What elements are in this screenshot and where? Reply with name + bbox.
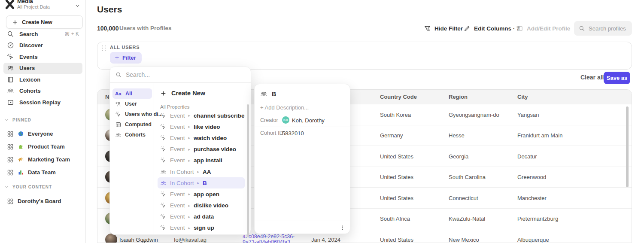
edit-columns-button[interactable]: Edit Columns · 7 bbox=[464, 25, 520, 32]
property-option-dislike-video[interactable]: Event ▸ dislike video bbox=[158, 200, 245, 211]
user-properties-icon bbox=[115, 101, 122, 107]
sidebar-board-data-team[interactable]: Data Team bbox=[3, 167, 82, 178]
cell-country-code: South Korea bbox=[380, 111, 411, 118]
drag-handle[interactable] bbox=[102, 46, 106, 51]
sidebar-item-search[interactable]: Search ⌘ + K bbox=[3, 28, 82, 40]
add-description-button[interactable]: + Add Description... bbox=[260, 104, 309, 111]
your-content-label: YOUR CONTENT bbox=[12, 185, 52, 189]
add-edit-profile-button[interactable]: Add/Edit Profile bbox=[516, 25, 570, 32]
property-option-sign-up[interactable]: Event ▸ sign up bbox=[158, 222, 245, 234]
search-icon bbox=[115, 72, 122, 78]
dropdown-create-new-button[interactable]: Create New bbox=[160, 87, 205, 99]
property-option-watch-video[interactable]: Event ▸ watch video bbox=[158, 132, 245, 143]
cell-country-code: United States bbox=[380, 174, 413, 180]
sidebar-item-label: Lexicon bbox=[19, 76, 40, 83]
sidebar-item-events[interactable]: Events bbox=[3, 51, 82, 63]
pinned-section-header[interactable]: PINNED bbox=[4, 118, 31, 122]
search-profiles-box bbox=[574, 21, 632, 36]
caret-icon: ▸ bbox=[188, 147, 191, 152]
collapse-panel-icon[interactable] bbox=[141, 238, 148, 243]
dropdown-search-input[interactable] bbox=[126, 71, 242, 78]
category-computed[interactable]: Computed bbox=[112, 119, 152, 130]
your-content-section-header[interactable]: YOUR CONTENT bbox=[4, 185, 52, 189]
cohort-name: B bbox=[272, 91, 276, 97]
property-option-app-open[interactable]: Event ▸ app open bbox=[158, 188, 245, 200]
sidebar-item-discover[interactable]: Discover bbox=[3, 40, 82, 52]
property-option-app-install[interactable]: Event ▸ app install bbox=[158, 155, 245, 166]
cell-distinct-id[interactable]: 42c08e49-2e92-5c36-9a73-a84eb8684fa3 bbox=[243, 234, 298, 243]
column-header-city[interactable]: City bbox=[517, 94, 528, 100]
dropdown-scrollbar-thumb[interactable] bbox=[247, 104, 249, 237]
property-option-ad-data[interactable]: Event ▸ ad data bbox=[158, 211, 245, 222]
board-label: Dorothy's Board bbox=[18, 198, 61, 204]
cell-country-code: United States bbox=[380, 236, 413, 243]
puzzle-emoji-icon bbox=[18, 143, 24, 150]
property-option-cohort-b[interactable]: In Cohort ▸ B bbox=[158, 177, 245, 188]
option-name: channel subscribe bbox=[194, 112, 245, 119]
cell-updated-date: Jan 4, 2024 bbox=[311, 236, 340, 243]
sidebar-item-users[interactable]: Users bbox=[3, 63, 82, 74]
property-option-like-video[interactable]: Event ▸ like video bbox=[158, 121, 245, 132]
option-name: app install bbox=[194, 157, 222, 164]
dropdown-items: Event ▸ channel subscribe Event ▸ like v… bbox=[154, 110, 251, 234]
create-new-button[interactable]: Create New bbox=[6, 15, 83, 29]
filter-property-dropdown: Aa All User Users who di... Computed Coh… bbox=[109, 67, 251, 235]
hide-filter-button[interactable]: Hide Filter bbox=[424, 25, 463, 32]
sidebar-item-lexicon[interactable]: Lexicon bbox=[3, 74, 82, 85]
save-as-button[interactable]: Save as bbox=[604, 72, 630, 84]
sidebar-item-label: Search bbox=[19, 31, 38, 37]
option-name: B bbox=[203, 180, 207, 186]
category-cohorts[interactable]: Cohorts bbox=[112, 130, 152, 140]
cell-city: Greenwood bbox=[517, 174, 546, 180]
cell-email: fo@ikavaf.ag bbox=[174, 236, 207, 243]
sidebar-board-product-team[interactable]: Product Team bbox=[3, 141, 82, 152]
event-spark-icon bbox=[7, 53, 14, 61]
edit-columns-label: Edit Columns · 7 bbox=[474, 25, 520, 32]
cell-region: South Carolina bbox=[449, 174, 486, 180]
sidebar-board-everyone[interactable]: Everyone bbox=[3, 128, 82, 139]
search-profiles-input[interactable] bbox=[589, 25, 630, 32]
cell-country-code: United States bbox=[380, 153, 413, 159]
column-header-region[interactable]: Region bbox=[449, 94, 468, 100]
workspace-switcher[interactable]: Media All Project Data bbox=[3, 0, 82, 12]
property-option-channel-subscribe[interactable]: Event ▸ channel subscribe bbox=[158, 110, 245, 121]
kebab-menu-icon bbox=[339, 225, 346, 231]
sidebar-item-label: Events bbox=[19, 54, 38, 60]
sidebar-board-dorothys-board[interactable]: Dorothy's Board bbox=[3, 196, 82, 207]
pinned-label: PINNED bbox=[12, 118, 31, 122]
event-spark-icon bbox=[160, 202, 167, 209]
divider bbox=[255, 114, 350, 114]
category-all[interactable]: Aa All bbox=[112, 88, 152, 99]
option-prefix: Event bbox=[170, 225, 185, 231]
sidebar-divider bbox=[6, 111, 82, 111]
option-prefix: Event bbox=[170, 124, 185, 130]
divider bbox=[255, 221, 350, 221]
property-option-purchase-video[interactable]: Event ▸ purchase video bbox=[158, 144, 245, 155]
cell-city: Pietermaritzburg bbox=[517, 216, 558, 222]
cohort-id-value: 5832010 bbox=[282, 130, 304, 137]
category-users-who-did[interactable]: Users who di... bbox=[112, 109, 152, 119]
workspace-name: Media bbox=[17, 0, 33, 4]
add-filter-button[interactable]: Filter bbox=[110, 52, 142, 64]
sidebar-board-marketing-team[interactable]: Marketing Team bbox=[3, 154, 82, 165]
more-options-button[interactable] bbox=[337, 223, 347, 232]
computed-icon bbox=[115, 122, 122, 128]
option-prefix: Event bbox=[170, 202, 185, 209]
plus-icon bbox=[160, 90, 167, 97]
table-scrollbar-thumb[interactable] bbox=[626, 106, 629, 187]
cell-region: New Mexico bbox=[449, 236, 479, 243]
user-count-caption: Users with Profiles bbox=[119, 25, 172, 31]
column-header-country-code[interactable]: Country Code bbox=[380, 94, 417, 100]
sidebar-item-session-replay[interactable]: Session Replay bbox=[3, 97, 82, 108]
category-user[interactable]: User bbox=[112, 99, 152, 109]
event-spark-icon bbox=[160, 112, 167, 119]
cohort-detail-card: B + Add Description... Creator KD Koh, D… bbox=[254, 84, 350, 234]
caret-icon: ▸ bbox=[188, 215, 191, 219]
sidebar-item-cohorts[interactable]: Cohorts bbox=[3, 85, 82, 97]
clear-all-button[interactable]: Clear all bbox=[580, 74, 604, 81]
workspace-subtitle: All Project Data bbox=[17, 4, 50, 9]
option-name: like video bbox=[194, 124, 220, 130]
property-option-cohort-aa[interactable]: In Cohort ▸ AA bbox=[158, 166, 245, 177]
dropdown-section-label: All Properties bbox=[160, 104, 189, 109]
board-grid-icon bbox=[7, 198, 14, 205]
